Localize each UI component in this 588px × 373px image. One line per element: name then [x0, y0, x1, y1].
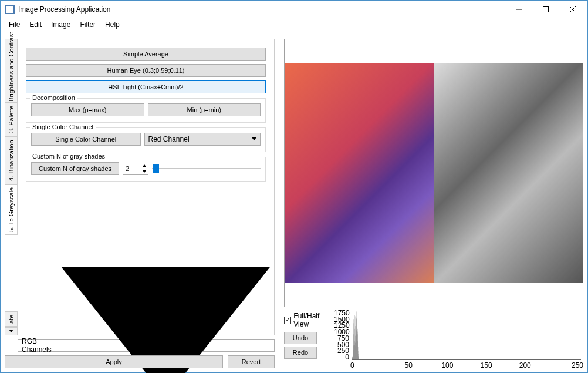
hist-xtick: 0: [350, 361, 389, 368]
menu-help[interactable]: Help: [100, 19, 124, 30]
full-half-view-checkbox[interactable]: ✓ Full/Half View: [284, 312, 334, 328]
menu-image[interactable]: Image: [46, 19, 75, 30]
svg-rect-0: [543, 7, 549, 12]
custom-shades-title: Custom N of gray shades: [30, 153, 107, 160]
preview-processed-half: [434, 63, 583, 283]
menubar: File Edit Image Filter Help: [1, 18, 587, 31]
hist-xtick: 50: [389, 361, 428, 368]
decomp-max-button[interactable]: Max (p=max): [31, 103, 144, 116]
single-channel-title: Single Color Channel: [30, 123, 96, 130]
tab-binarization[interactable]: 4. Binarization: [5, 136, 18, 184]
hist-xtick: 250: [545, 361, 583, 368]
apply-button[interactable]: Apply: [5, 355, 223, 368]
hist-xtick: 100: [428, 361, 467, 368]
single-channel-group: Single Color Channel Single Color Channe…: [26, 127, 266, 152]
hist-ytick: 0: [334, 355, 349, 360]
tab-brightness-contrast[interactable]: 2. Brightness and Contrast: [5, 39, 18, 102]
tab-overflow-arrow[interactable]: [5, 327, 18, 335]
titlebar: Image Processing Application: [1, 1, 587, 18]
decomp-min-button[interactable]: Min (p=min): [148, 103, 261, 116]
close-button[interactable]: [559, 1, 586, 18]
chevron-down-icon: [252, 137, 256, 141]
shades-spinner[interactable]: [123, 163, 148, 175]
menu-filter[interactable]: Filter: [75, 19, 100, 30]
histogram-bars: [352, 311, 359, 359]
shades-input[interactable]: [123, 163, 140, 175]
custom-shades-group: Custom N of gray shades Custom N of gray…: [26, 157, 266, 182]
checkbox-checked-icon: ✓: [284, 317, 291, 324]
hist-xtick: 200: [506, 361, 545, 368]
minimize-button[interactable]: [505, 1, 532, 18]
menu-edit[interactable]: Edit: [25, 19, 46, 30]
shades-slider[interactable]: [152, 163, 261, 174]
slider-thumb[interactable]: [153, 164, 159, 173]
channel-select[interactable]: Red Channel: [144, 133, 261, 146]
undo-button[interactable]: Undo: [284, 332, 317, 344]
hsl-light-button[interactable]: HSL Light (Cmax+Cmin)/2: [26, 80, 266, 93]
custom-shades-button[interactable]: Custom N of gray shades: [31, 162, 119, 175]
hist-xtick: 150: [467, 361, 506, 368]
tab-palette[interactable]: 3. Palette: [5, 102, 18, 136]
window-title: Image Processing Application: [18, 5, 505, 14]
spinner-down-icon[interactable]: [140, 169, 148, 174]
human-eye-button[interactable]: Human Eye (0.3;0.59;0.11): [26, 64, 266, 77]
revert-button[interactable]: Revert: [228, 355, 275, 368]
image-preview: [284, 39, 583, 307]
rgb-channels-select[interactable]: RGB Channels: [18, 339, 275, 352]
single-channel-button[interactable]: Single Color Channel: [31, 133, 141, 146]
menu-file[interactable]: File: [4, 19, 25, 30]
redo-button[interactable]: Redo: [284, 347, 317, 359]
full-half-label: Full/Half View: [293, 312, 334, 328]
decomposition-title: Decomposition: [30, 94, 77, 101]
decomposition-group: Decomposition Max (p=max) Min (p=min): [26, 98, 266, 123]
app-icon: [5, 5, 15, 14]
preview-original-half: [285, 63, 434, 283]
tab-strip: 2. Brightness and Contrast 3. Palette 4.…: [5, 39, 18, 335]
tab-to-greyscale[interactable]: 5. To Greyscale: [5, 184, 18, 235]
simple-average-button[interactable]: Simple Average: [26, 48, 266, 61]
maximize-button[interactable]: [532, 1, 559, 18]
histogram: 17501500125010007505002500 0501001502002…: [334, 311, 583, 368]
channel-select-value: Red Channel: [148, 135, 190, 143]
tab-overflow[interactable]: ate: [5, 311, 18, 327]
rgb-channels-value: RGB Channels: [22, 337, 61, 354]
spinner-up-icon[interactable]: [140, 163, 148, 169]
